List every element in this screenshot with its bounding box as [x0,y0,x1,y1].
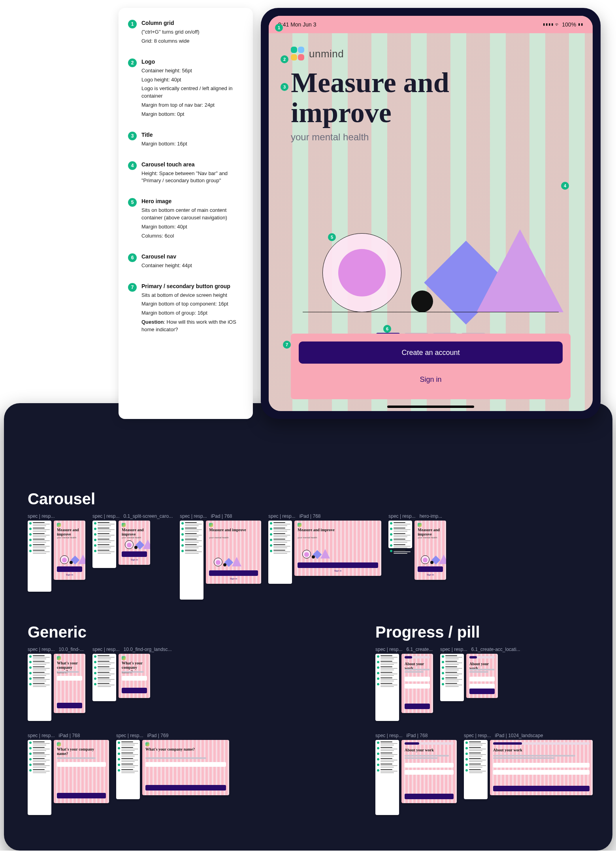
mini-continue-button[interactable] [405,794,454,799]
mini-logo-icon [145,742,149,746]
mini-select-field[interactable] [493,770,590,775]
mini-progress-screen[interactable]: About your work [466,654,498,698]
mini-spec-panel [180,521,203,600]
mini-spec-panel [92,654,116,701]
thumbnail-caption: spec | resp... iPad | 768 [268,513,381,519]
signal-icon: ▮▮▮▮ [543,21,554,28]
mini-secondary-button[interactable]: Sign in [298,568,378,574]
mini-select-field[interactable] [469,684,495,689]
thumbnail-caption: spec | resp... iPad | 1024_landscape [464,733,593,738]
artboard-thumbnail[interactable]: spec | resp... 6.1_create... About [375,647,433,721]
brand-logo: unmind [291,43,571,65]
mini-generic-screen[interactable]: What's your company name? [54,654,85,713]
mini-helper-text [405,755,449,757]
mini-spec-panel [464,740,488,799]
mini-text-input[interactable] [145,762,226,767]
mini-carousel-screen[interactable]: Measure and improve your mental health S… [54,521,85,580]
spec-line: Margin from top of nav bar: 24pt [141,102,243,109]
mini-select-field[interactable] [493,763,590,768]
mini-continue-button[interactable] [57,703,82,708]
artboard-thumbnail[interactable]: spec | resp... hero-imp... Measure [388,513,446,580]
artboard-thumbnail[interactable]: spec | resp... Measure and improve [28,513,85,592]
artboard-thumbnail[interactable]: spec | resp... iPad | 1024_landscape [464,733,593,799]
mini-continue-button[interactable] [57,793,106,798]
mini-progress-screen[interactable]: About your work [490,740,593,795]
mini-select-field[interactable] [405,763,454,768]
mini-carousel-screen[interactable]: Measure and improve your mental health S… [206,521,261,584]
spec-badge: 6 [128,253,137,262]
mini-text-input[interactable] [57,676,82,681]
mini-text-input[interactable] [122,676,147,681]
mini-secondary-button[interactable]: Sign in [57,572,82,577]
artboard-thumbnail[interactable]: spec | resp... iPad | 768 Measure a [268,513,381,584]
mini-select-field[interactable] [405,677,430,681]
mini-secondary-button[interactable]: Sign in [418,572,443,577]
mini-secondary-button[interactable]: Sign in [209,576,258,581]
mini-progress-screen[interactable]: About your work [401,740,457,803]
artboard-thumbnail[interactable]: spec | resp... iPad | 768 Measure a [180,513,261,600]
artboard-thumbnail[interactable]: spec | resp... iPad | 768 About you [375,733,457,815]
mini-continue-button[interactable] [405,704,430,709]
mini-carousel-screen[interactable]: Measure and improve your mental health S… [414,521,446,580]
mini-primary-button[interactable] [122,551,147,557]
mini-continue-button[interactable] [122,688,147,693]
spec-title: Column grid [141,20,243,26]
mini-title: About your work [405,748,454,752]
design-canvas-board[interactable]: Carousel spec | resp... Measu [4,403,612,851]
mini-generic-screen[interactable]: What's your company name? [119,654,150,698]
spec-line: Margin bottom: 0pt [141,111,243,118]
mini-secondary-button[interactable]: Sign in [122,557,147,562]
mini-primary-button[interactable] [57,566,82,572]
mini-primary-button[interactable] [298,562,378,568]
mini-spec-panel [28,740,51,815]
mini-generic-screen[interactable]: What's your company name? [54,740,109,803]
thumbnail-caption: spec | resp... iPad | 768 [375,733,457,738]
mini-helper-text [405,669,430,670]
mini-select-field[interactable] [405,684,430,689]
tablet-device-frame: 9:41 Mon Jun 3 ▮▮▮▮ ᯤ 100% ▮▮ unmind Mea [261,8,601,419]
mini-carousel-screen[interactable]: Measure and improve your mental health S… [294,521,381,576]
artboard-thumbnail[interactable]: spec | resp... 10.0_find-org_landsc... [92,647,172,701]
spec-title: Logo [141,58,243,65]
mini-continue-button[interactable] [493,786,590,791]
create-account-button[interactable]: Create an account [299,341,563,364]
primary-secondary-button-group: Create an account Sign in [291,334,571,399]
wifi-icon: ᯤ [555,21,562,28]
mini-continue-button[interactable] [145,785,226,791]
mini-primary-button[interactable] [418,566,443,572]
mini-spec-panel [28,521,51,592]
mini-primary-button[interactable] [209,570,258,576]
annotation-pin-4: 4 [561,182,569,190]
mini-carousel-screen[interactable]: Measure and improve your mental health S… [119,521,150,565]
mini-hero-icon [58,547,81,564]
spec-line: Logo height: 40pt [141,76,243,84]
spec-line: Container height: 56pt [141,67,243,75]
sign-in-button[interactable]: Sign in [299,370,563,389]
artboard-thumbnail[interactable]: spec | resp... iPad | 769 What's yo [116,733,229,799]
artboard-thumbnail[interactable]: spec | resp... 10.0_find-... What's [28,647,85,721]
annotation-pin-3: 3 [281,83,288,91]
mini-hero-icon [418,547,442,564]
thumbnail-caption: spec | resp... iPad | 769 [116,733,229,738]
artboard-thumbnail[interactable]: spec | resp... 6.1_create-acc_locati... [440,647,520,701]
mini-select-field[interactable] [469,677,495,681]
mini-hero-icon [122,532,146,549]
mini-select-field[interactable] [405,770,454,775]
mini-continue-button[interactable] [469,689,495,694]
spec-title: Hero image [141,198,243,204]
mini-progress-screen[interactable]: About your work [401,654,433,713]
mini-progress-pill [405,742,454,745]
spec-item-1: 1Column grid("ctrl+G" turns grid on/off)… [128,20,243,47]
spec-line: Container height: 44pt [141,262,243,270]
mini-logo-icon [122,656,126,660]
mini-spec-panel [388,521,412,548]
spec-line: ("ctrl+G" turns grid on/off) [141,28,243,36]
mini-progress-pill [493,742,590,745]
mini-title: Measure and improve [209,528,258,532]
mini-generic-screen[interactable]: What's your company name? [142,740,229,795]
artboard-thumbnail[interactable]: spec | resp... 0.1_split-screen_caro... [92,513,173,568]
mini-text-input[interactable] [57,762,106,767]
ios-home-indicator [387,406,474,408]
artboard-thumbnail[interactable]: spec | resp... iPad | 768 What's yo [28,733,109,815]
section-title-progress: Progress / pill [375,623,597,641]
